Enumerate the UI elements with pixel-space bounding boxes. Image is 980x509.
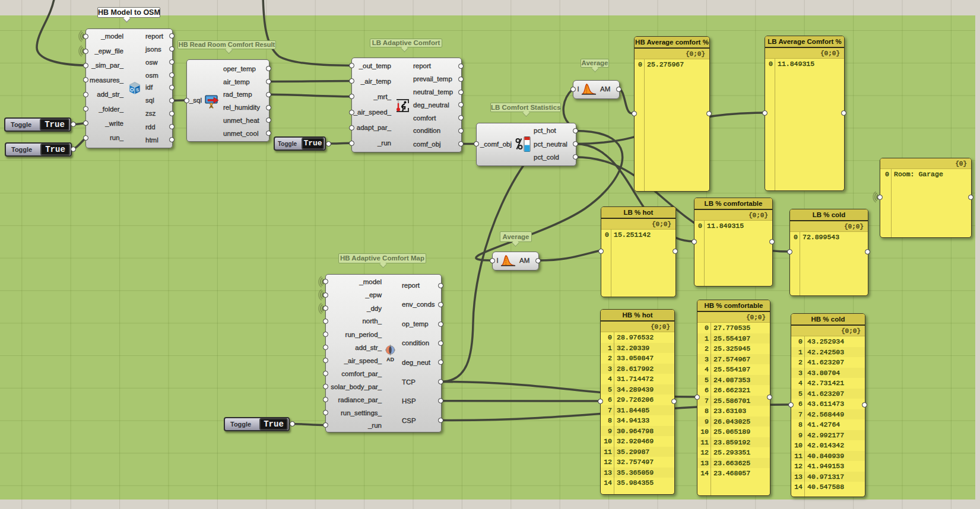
svg-text:S: S	[136, 87, 139, 93]
svg-text:AD: AD	[386, 357, 394, 362]
